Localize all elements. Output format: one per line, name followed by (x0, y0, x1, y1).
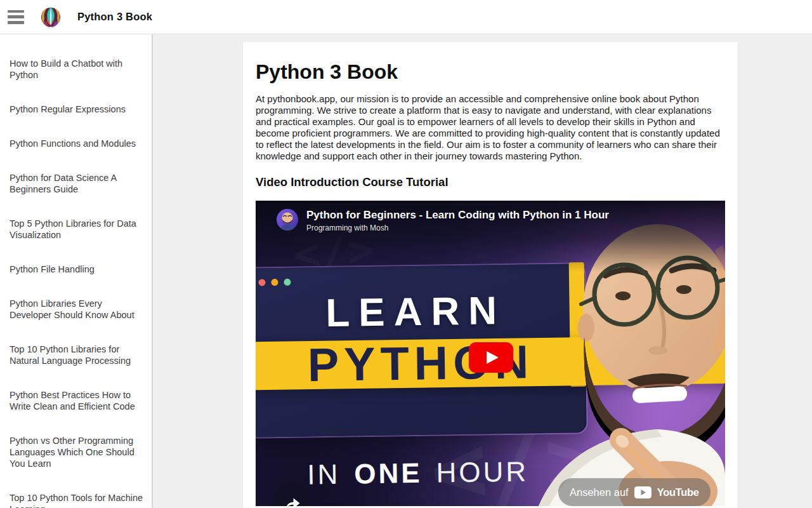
sidebar-item-best-practices[interactable]: Python Best Practices How to Write Clean… (10, 389, 144, 412)
window-dots-icon (258, 279, 291, 286)
thumbnail-streak (256, 204, 725, 205)
site-logo[interactable] (37, 3, 65, 32)
sidebar-nav: How to Build a Chatbot with Python Pytho… (0, 34, 153, 508)
share-arrow-icon (282, 492, 301, 506)
sidebar-item-ml-tools[interactable]: Top 10 Python Tools for Machine Learning (10, 492, 144, 508)
thumbnail-text-in-one-hour: IN ONE HOUR (256, 455, 587, 491)
youtube-embed[interactable]: </> </> LEARN IN ONE HOUR PYTHON (256, 201, 725, 506)
video-channel-name: Programming with Mosh (306, 224, 609, 232)
video-header: Python for Beginners - Learn Coding with… (256, 209, 725, 232)
watermark-brand: YouTube (657, 486, 699, 498)
thumb-word-one: ONE (354, 457, 422, 490)
watermark-text: Ansehen auf (570, 486, 629, 498)
thumb-word-in: IN (307, 458, 341, 491)
channel-avatar[interactable] (277, 209, 298, 231)
page-title: Python 3 Book (256, 60, 725, 84)
hamburger-menu-icon[interactable] (8, 10, 24, 24)
thumbnail-text-python: PYTHON (256, 339, 598, 389)
sidebar-item-regex[interactable]: Python Regular Expressions (10, 104, 144, 115)
sidebar-item-file-handling[interactable]: Python File Handling (10, 264, 144, 275)
watch-on-youtube-link[interactable]: Ansehen auf YouTube (558, 478, 710, 506)
sidebar-item-libraries-every-dev[interactable]: Python Libraries Every Developer Should … (10, 298, 144, 321)
intro-paragraph: At pythonbook.app, our mission is to pro… (256, 93, 725, 162)
video-section-heading: Video Introduction Course Tutorial (256, 175, 725, 189)
sidebar-item-data-visualization[interactable]: Top 5 Python Libraries for Data Visualiz… (10, 218, 144, 241)
video-title-link[interactable]: Python for Beginners - Learn Coding with… (306, 209, 609, 222)
content-card: Python 3 Book At pythonbook.app, our mis… (243, 42, 738, 508)
sidebar-item-functions-modules[interactable]: Python Functions and Modules (10, 138, 144, 149)
sidebar-item-nlp-libraries[interactable]: Top 10 Python Libraries for Natural Lang… (10, 344, 144, 366)
app-title: Python 3 Book (77, 11, 152, 23)
sidebar-item-chatbot[interactable]: How to Build a Chatbot with Python (10, 58, 144, 81)
app-header: Python 3 Book (0, 0, 812, 34)
sidebar-item-data-science[interactable]: Python for Data Science A Beginners Guid… (10, 172, 144, 195)
thumb-word-hour: HOUR (436, 456, 528, 489)
sidebar-item-vs-other-languages[interactable]: Python vs Other Programming Languages Wh… (10, 435, 144, 469)
youtube-logo-icon (634, 486, 652, 498)
thumbnail-text-learn: LEARN (256, 286, 586, 336)
youtube-play-button[interactable] (469, 342, 513, 373)
ornate-feather-logo-icon (38, 4, 63, 30)
